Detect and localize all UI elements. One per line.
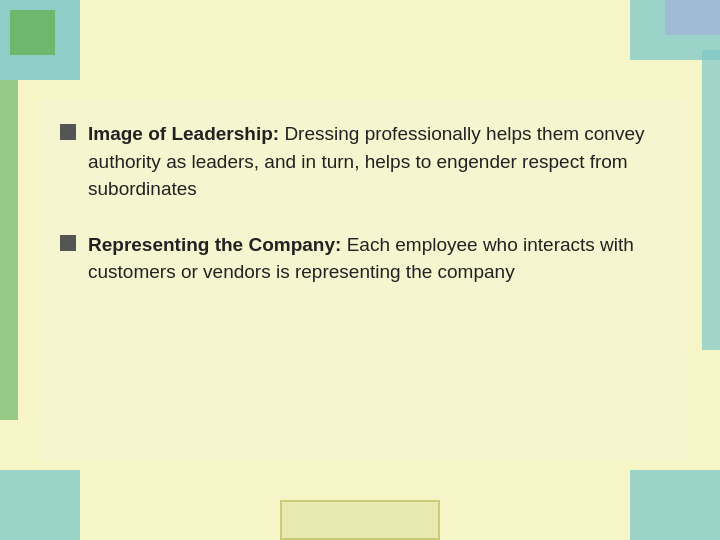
corner-br-decoration [630,470,720,540]
corner-tr-inner-decoration [665,0,720,35]
bullet-square-icon-2 [60,235,76,251]
bottom-center-decoration [280,500,440,540]
content-area: Image of Leadership: Dressing profession… [40,100,685,460]
slide-container: Image of Leadership: Dressing profession… [0,0,720,540]
left-green-bar [0,80,18,420]
bullet-1-bold: Image of Leadership: [88,123,279,144]
side-right-accent [702,50,720,350]
bullet-2-bold: Representing the Company: [88,234,341,255]
bullet-item-2: Representing the Company: Each employee … [60,231,655,286]
corner-tl-green [10,10,55,55]
bullet-text-1: Image of Leadership: Dressing profession… [88,120,655,203]
corner-bl-decoration [0,470,80,540]
bullet-text-2: Representing the Company: Each employee … [88,231,655,286]
bullet-square-icon [60,124,76,140]
bullet-item-1: Image of Leadership: Dressing profession… [60,120,655,203]
